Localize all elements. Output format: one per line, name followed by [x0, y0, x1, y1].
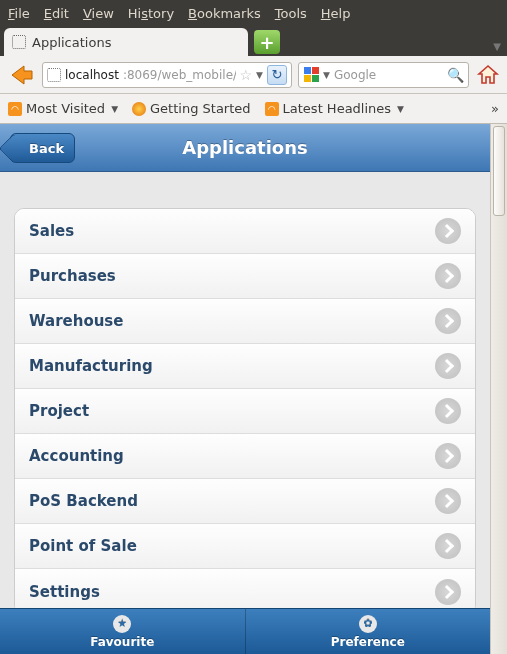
- footer-button-label: Preference: [331, 635, 405, 649]
- gear-icon: ✿: [359, 615, 377, 633]
- list-item-label: Settings: [29, 583, 100, 601]
- list-item-label: Warehouse: [29, 312, 123, 330]
- list-item-settings[interactable]: Settings: [15, 569, 475, 608]
- bookmark-label: Getting Started: [150, 101, 251, 116]
- list-item-accounting[interactable]: Accounting: [15, 434, 475, 479]
- list-item-purchases[interactable]: Purchases: [15, 254, 475, 299]
- chevron-right-icon: [435, 353, 461, 379]
- url-path: :8069/web_mobile/sta: [123, 68, 236, 82]
- search-placeholder: Google: [334, 68, 376, 82]
- back-button-label: Back: [29, 141, 64, 156]
- page-title: Applications: [182, 137, 308, 158]
- back-button[interactable]: Back: [10, 133, 75, 163]
- menu-file[interactable]: File: [8, 6, 30, 21]
- bookmark-latest-headlines[interactable]: ◠ Latest Headlines ▼: [265, 101, 404, 116]
- list-item-point-of-sale[interactable]: Point of Sale: [15, 524, 475, 569]
- menu-help[interactable]: Help: [321, 6, 351, 21]
- chevron-right-icon: [435, 263, 461, 289]
- list-item-pos-backend[interactable]: PoS Backend: [15, 479, 475, 524]
- scrollbar-thumb[interactable]: [493, 126, 505, 216]
- search-engine-dropdown-icon[interactable]: ▼: [323, 70, 330, 80]
- menu-tools[interactable]: Tools: [275, 6, 307, 21]
- scrollbar[interactable]: [490, 124, 507, 654]
- chevron-right-icon: [435, 579, 461, 605]
- footer-button-label: Favourite: [90, 635, 154, 649]
- bookmark-label: Most Visited: [26, 101, 105, 116]
- applications-list: Sales Purchases Warehouse Manufacturing …: [14, 208, 476, 608]
- app-footer: ★ Favourite ✿ Preference: [0, 608, 490, 654]
- browser-tab[interactable]: Applications: [4, 28, 248, 56]
- home-button[interactable]: [475, 62, 501, 88]
- list-item-label: Point of Sale: [29, 537, 137, 555]
- page-content: Back Applications Sales Purchases Wareho…: [0, 124, 507, 654]
- app-header: Back Applications: [0, 124, 490, 172]
- new-tab-button[interactable]: +: [254, 30, 280, 54]
- list-item-label: Manufacturing: [29, 357, 153, 375]
- list-item-manufacturing[interactable]: Manufacturing: [15, 344, 475, 389]
- bookmarks-toolbar: ◠ Most Visited ▼ Getting Started ◠ Lates…: [0, 94, 507, 124]
- browser-menubar: File Edit View History Bookmarks Tools H…: [0, 0, 507, 26]
- chevron-right-icon: [435, 488, 461, 514]
- dropdown-icon: ▼: [111, 104, 118, 114]
- star-icon: ★: [113, 615, 131, 633]
- footer-preference-button[interactable]: ✿ Preference: [246, 609, 491, 654]
- google-icon: [303, 67, 319, 83]
- chevron-right-icon: [435, 308, 461, 334]
- menu-edit[interactable]: Edit: [44, 6, 69, 21]
- bookmarks-overflow-icon[interactable]: »: [491, 101, 499, 116]
- list-item-project[interactable]: Project: [15, 389, 475, 434]
- firefox-icon: [132, 102, 146, 116]
- footer-favourite-button[interactable]: ★ Favourite: [0, 609, 246, 654]
- bookmark-most-visited[interactable]: ◠ Most Visited ▼: [8, 101, 118, 116]
- app-list-container: Sales Purchases Warehouse Manufacturing …: [0, 172, 490, 608]
- address-bar[interactable]: localhost:8069/web_mobile/sta ☆ ▼ ↻: [42, 62, 292, 88]
- feed-icon: ◠: [265, 102, 279, 116]
- list-item-warehouse[interactable]: Warehouse: [15, 299, 475, 344]
- navigation-toolbar: localhost:8069/web_mobile/sta ☆ ▼ ↻ ▼ Go…: [0, 56, 507, 94]
- list-item-label: Sales: [29, 222, 74, 240]
- tab-strip: Applications + ▼: [0, 26, 507, 56]
- list-item-label: Project: [29, 402, 89, 420]
- reload-button[interactable]: ↻: [267, 65, 287, 85]
- menu-history[interactable]: History: [128, 6, 174, 21]
- feed-icon: ◠: [8, 102, 22, 116]
- bookmark-getting-started[interactable]: Getting Started: [132, 101, 251, 116]
- tabs-dropdown-icon[interactable]: ▼: [493, 41, 501, 52]
- tab-favicon: [12, 35, 26, 49]
- chevron-right-icon: [435, 398, 461, 424]
- chevron-right-icon: [435, 443, 461, 469]
- list-item-label: PoS Backend: [29, 492, 138, 510]
- url-dropdown-icon[interactable]: ▼: [256, 70, 263, 80]
- browser-back-button[interactable]: [6, 62, 36, 88]
- list-item-sales[interactable]: Sales: [15, 209, 475, 254]
- menu-bookmarks[interactable]: Bookmarks: [188, 6, 261, 21]
- list-item-label: Purchases: [29, 267, 116, 285]
- site-identity-icon: [47, 68, 61, 82]
- bookmark-star-icon[interactable]: ☆: [240, 67, 253, 83]
- tab-title: Applications: [32, 35, 111, 50]
- url-host: localhost: [65, 68, 119, 82]
- bookmark-label: Latest Headlines: [283, 101, 392, 116]
- search-icon[interactable]: 🔍: [447, 67, 464, 83]
- menu-view[interactable]: View: [83, 6, 114, 21]
- chevron-right-icon: [435, 533, 461, 559]
- dropdown-icon: ▼: [397, 104, 404, 114]
- list-item-label: Accounting: [29, 447, 124, 465]
- search-bar[interactable]: ▼ Google 🔍: [298, 62, 469, 88]
- chevron-right-icon: [435, 218, 461, 244]
- mobile-app: Back Applications Sales Purchases Wareho…: [0, 124, 490, 654]
